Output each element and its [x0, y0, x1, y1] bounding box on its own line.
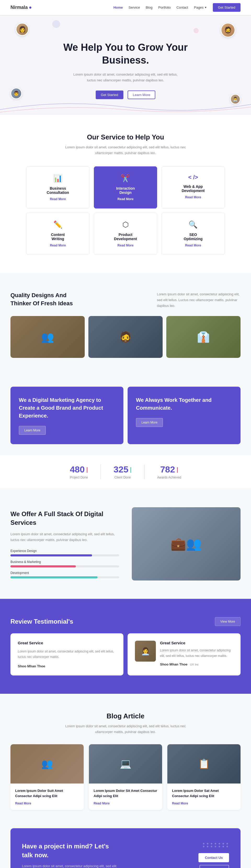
portfolio-heading: Quality Designs And Thinker Of Fresh Ide… [10, 291, 79, 308]
service-icon-webapp: < /> [167, 174, 219, 181]
blog-body-1: Lorem Ipsum Dolor Suit Amet Consectur Ad… [10, 783, 84, 810]
portfolio-section: Quality Designs And Thinker Of Fresh Ide… [0, 273, 251, 376]
blog-read-3[interactable]: Read More [172, 802, 236, 805]
blog-image-1: 👥 [10, 744, 84, 783]
service-icon-seo: 🔍 [167, 220, 219, 229]
service-icon-business: 📊 [32, 174, 84, 183]
testimonials-header: Review Testimonial's View More [10, 617, 241, 626]
about-card-1-learn-more[interactable]: Learn More [19, 426, 46, 435]
nav-contact[interactable]: Contact [177, 5, 188, 9]
skill-marketing: Business & Marketing [10, 560, 119, 567]
blog-image-2: 💻 [89, 744, 162, 783]
cta-text: Lorem ipsum dolor sit amet, consectetur … [22, 863, 121, 868]
about-card-2-learn-more[interactable]: Learn More [136, 418, 163, 427]
stat-item-projects: 480| Project Done [57, 464, 101, 479]
portfolio-img-1: 👥 [10, 316, 85, 358]
hero-get-started-button[interactable]: Get Started [96, 91, 123, 99]
skill-experience-track [10, 554, 119, 556]
service-card-seo[interactable]: 🔍 SEOOptimizing Read More [161, 213, 225, 255]
about-card-2-title: We Always Work Together and Communicate. [136, 396, 232, 412]
stats-section: 480| Project Done 325| Client Done 782| … [0, 455, 251, 489]
hero-avatar-left-bottom: 👨 [10, 88, 22, 99]
service-read-product[interactable]: Read More [99, 244, 152, 247]
skill-development-label: Development [10, 571, 119, 575]
blog-read-1[interactable]: Read More [15, 802, 79, 805]
hero-section: 👩 🧔 👨 👨‍💼 We Help You to Grow Your Busin… [0, 15, 251, 115]
hero-heading: We Help You to Grow Your Business. [63, 41, 188, 67]
services-section: Our Service to Help You Lorem ipsum dolo… [0, 115, 251, 273]
testimonial-2-author: Shoo Mhan Thoe UX Inc [160, 662, 233, 666]
portfolio-img-3: 👔 [166, 316, 241, 358]
blog-title-2: Lorem Ipsum Dolor Sit Amet Consectur Adi… [94, 788, 157, 798]
skill-experience-label: Experience Design [10, 549, 119, 553]
digital-right-image: 💼👥 [132, 507, 241, 581]
testimonials-section: Review Testimonial's View More Great Ser… [0, 599, 251, 694]
testimonial-2-text: Lorem ipsum dolor sit amet, consectetur … [160, 648, 233, 658]
service-icon-interaction: ✂️ [99, 174, 152, 183]
stat-number-clients: 325| [114, 464, 131, 474]
skill-development: Development [10, 571, 119, 579]
avatar-left-top: 👩 [16, 23, 29, 36]
testimonials-grid: Great Service Lorem ipsum dolor sit amet… [10, 633, 241, 676]
service-icon-content: ✏️ [32, 220, 84, 229]
skill-marketing-track [10, 565, 119, 567]
cta-view-more-button[interactable]: View More [199, 865, 229, 868]
hero-wave [0, 99, 251, 115]
blog-card-2: 💻 Lorem Ipsum Dolor Sit Amet Consectur A… [89, 744, 162, 810]
hero-subtext: Lorem ipsum dolor sit amet, consectetur … [73, 72, 178, 83]
stat-label-clients: Client Done [114, 475, 131, 479]
stat-label-awards: Awards Achieved [157, 475, 181, 479]
testimonial-1-text: Lorem ipsum dolor sit amet, consectetur … [18, 649, 116, 659]
blog-title-3: Lorem Ipsum Dolor Sat Amet Consectur Adi… [172, 788, 236, 798]
nav-get-started-button[interactable]: Get Started [213, 3, 241, 12]
testimonial-card-2: 👩‍💼 Great Service Lorem ipsum dolor sit … [128, 633, 241, 676]
service-name-interaction: InteractionDesign [99, 186, 152, 195]
testimonial-1-title: Great Service [18, 641, 116, 645]
service-read-seo[interactable]: Read More [167, 244, 219, 247]
navbar: Nirmala Home Service Blog Portfolio Cont… [0, 0, 251, 15]
blog-card-3: 📋 Lorem Ipsum Dolor Sat Amet Consectur A… [167, 744, 241, 810]
avatar-left-bottom: 👨 [10, 88, 22, 99]
service-read-business[interactable]: Read More [32, 197, 84, 201]
portfolio-header: Quality Designs And Thinker Of Fresh Ide… [10, 291, 241, 309]
service-name-webapp: Web & AppDevelopment [167, 184, 219, 193]
service-name-product: ProductDevelopment [99, 232, 152, 241]
blog-body-3: Lorem Ipsum Dolor Sat Amet Consectur Adi… [167, 783, 241, 810]
blog-subtitle: Lorem ipsum dolor sit amet, consectetur … [63, 723, 188, 735]
nav-logo: Nirmala [10, 5, 31, 10]
hero-learn-more-button[interactable]: Learn More [128, 91, 155, 99]
blog-body-2: Lorem Ipsum Dolor Sit Amet Consectur Adi… [89, 783, 162, 810]
nav-service[interactable]: Service [129, 5, 140, 9]
services-subtitle: Lorem ipsum dolor sit amet, consectetur … [63, 145, 188, 156]
service-read-interaction[interactable]: Read More [99, 197, 152, 201]
nav-pages[interactable]: Pages ▼ [194, 5, 207, 9]
nav-blog[interactable]: Blog [146, 5, 152, 9]
cta-contact-button[interactable]: Contact Us [198, 853, 229, 862]
stat-item-awards: 782| Awards Achieved [145, 464, 194, 479]
service-card-product[interactable]: ⬡ ProductDevelopment Read More [94, 213, 157, 255]
decor-circle-1 [52, 20, 60, 28]
logo-dot [29, 6, 31, 9]
service-card-business[interactable]: 📊 BusinessConsultation Read More [26, 166, 90, 209]
skill-development-track [10, 576, 119, 579]
testimonial-1-author: Shoo Mhan Thoe [18, 664, 116, 668]
service-card-webapp[interactable]: < /> Web & AppDevelopment Read More [161, 166, 225, 209]
nav-home[interactable]: Home [114, 5, 123, 9]
blog-title-1: Lorem Ipsum Dolor Suit Amet Consectur Ad… [15, 788, 79, 798]
testimonials-view-more-button[interactable]: View More [215, 617, 241, 626]
blog-read-2[interactable]: Read More [94, 802, 157, 805]
service-card-interaction[interactable]: ✂️ InteractionDesign Read More [94, 166, 157, 209]
logo-text: Nirmala [10, 5, 28, 10]
service-read-content[interactable]: Read More [32, 244, 84, 247]
nav-portfolio[interactable]: Portfolio [158, 5, 171, 9]
service-name-business: BusinessConsultation [32, 186, 84, 195]
stat-number-awards: 782| [160, 464, 178, 474]
services-grid: 📊 BusinessConsultation Read More ✂️ Inte… [26, 166, 225, 255]
service-read-webapp[interactable]: Read More [167, 195, 219, 199]
about-card-2: We Always Work Together and Communicate.… [128, 386, 241, 444]
blog-title: Blog Article [10, 712, 241, 720]
about-card-1: We a Digital Marketing Agency to Create … [10, 386, 123, 444]
service-card-content[interactable]: ✏️ ContentWriting Read More [26, 213, 90, 255]
skill-development-fill [10, 576, 97, 579]
cta-section: Have a project in mind? Let's talk now. … [0, 828, 251, 868]
